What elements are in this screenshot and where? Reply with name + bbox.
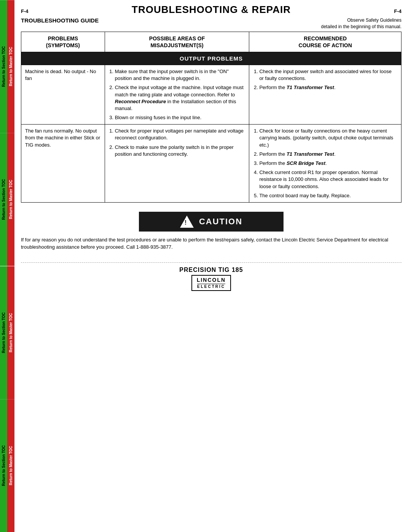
return-master-toc-2[interactable]: Return to Master TOC xyxy=(7,133,14,266)
safety-note: Observe Safety Guidelines detailed in th… xyxy=(321,17,401,30)
page-footer: PRECISION TIG 185 LINCOLN ELECTRIC xyxy=(21,262,401,291)
areas-list-2: Check for proper input voltages per name… xyxy=(109,128,245,158)
lincoln-logo: LINCOLN ELECTRIC xyxy=(197,277,226,289)
output-problems-row: OUTPUT PROBLEMS xyxy=(21,52,401,65)
page-title: TROUBLESHOOTING & REPAIR xyxy=(29,4,394,16)
return-master-toc-4[interactable]: Return to Master TOC xyxy=(7,399,14,532)
troubleshooting-table: PROBLEMS (SYMPTOMS) POSSIBLE AREAS OF MI… xyxy=(21,32,401,203)
caution-label: CAUTION xyxy=(199,217,242,227)
list-item: Perform the T1 Transformer Test. xyxy=(259,151,397,158)
symptom-2: The fan runs normally. No output from th… xyxy=(21,125,105,203)
caution-container: CAUTION xyxy=(21,212,401,232)
return-section-toc-3[interactable]: Return to Section TOC xyxy=(0,266,7,399)
symptom-1: Machine is dead. No output - No fan xyxy=(21,65,105,124)
footer-product-name: PRECISION TIG 185 xyxy=(21,267,401,273)
section-header: TROUBLESHOOTING GUIDE xyxy=(21,17,99,24)
left-navigation: Return to Section TOC Return to Master T… xyxy=(0,0,14,532)
brand-name-1: LINCOLN xyxy=(197,277,226,283)
list-item: Check to make sure the polarity switch i… xyxy=(115,144,245,158)
caution-triangle-icon xyxy=(180,216,194,228)
return-section-toc-2[interactable]: Return to Section TOC xyxy=(0,133,7,266)
areas-2: Check for proper input voltages per name… xyxy=(105,125,249,203)
actions-1: Check the input power switch and associa… xyxy=(249,65,401,124)
list-item: Check the input power switch and associa… xyxy=(259,68,397,82)
list-item: The control board may be faulty. Replace… xyxy=(259,192,397,199)
areas-1: Make sure that the input power switch is… xyxy=(105,65,249,124)
section-header-row: TROUBLESHOOTING GUIDE Observe Safety Gui… xyxy=(21,17,401,30)
list-item: Perform the T1 Transformer Test. xyxy=(259,84,397,91)
table-row: Machine is dead. No output - No fan Make… xyxy=(21,65,401,124)
actions-list-2: Check for loose or faulty connections on… xyxy=(253,128,397,199)
col-header-problems: PROBLEMS (SYMPTOMS) xyxy=(21,32,105,52)
page-number-right: F-4 xyxy=(394,8,402,14)
list-item: Make sure that the input power switch is… xyxy=(115,68,245,82)
return-section-toc-4[interactable]: Return to Section TOC xyxy=(0,399,7,532)
return-section-toc-1[interactable]: Return to Section TOC xyxy=(0,0,7,133)
caution-text: If for any reason you do not understand … xyxy=(21,236,401,251)
list-item: Check for proper input voltages per name… xyxy=(115,128,245,141)
list-item: Check for loose or faulty connections on… xyxy=(259,128,397,149)
brand-name-2: ELECTRIC xyxy=(197,284,225,289)
output-problems-label: OUTPUT PROBLEMS xyxy=(21,52,401,65)
list-item: Check current control R1 for proper oper… xyxy=(259,169,397,190)
col-header-areas: POSSIBLE AREAS OF MISADJUSTMENT(S) xyxy=(105,32,249,52)
list-item: Check the input voltage at the machine. … xyxy=(115,84,245,112)
list-item: Perform the SCR Bridge Test. xyxy=(259,160,397,167)
actions-2: Check for loose or faulty connections on… xyxy=(249,125,401,203)
list-item: Blown or missing fuses in the input line… xyxy=(115,114,245,121)
col-header-action: RECOMMENDED COURSE OF ACTION xyxy=(249,32,401,52)
actions-list-1: Check the input power switch and associa… xyxy=(253,68,397,91)
page-number-left: F-4 xyxy=(21,8,29,14)
return-master-toc-1[interactable]: Return to Master TOC xyxy=(7,0,14,133)
table-row: The fan runs normally. No output from th… xyxy=(21,125,401,203)
return-master-toc-3[interactable]: Return to Master TOC xyxy=(7,266,14,399)
areas-list-1: Make sure that the input power switch is… xyxy=(109,68,245,121)
caution-box: CAUTION xyxy=(139,212,284,232)
page-header: F-4 TROUBLESHOOTING & REPAIR F-4 xyxy=(21,4,401,16)
